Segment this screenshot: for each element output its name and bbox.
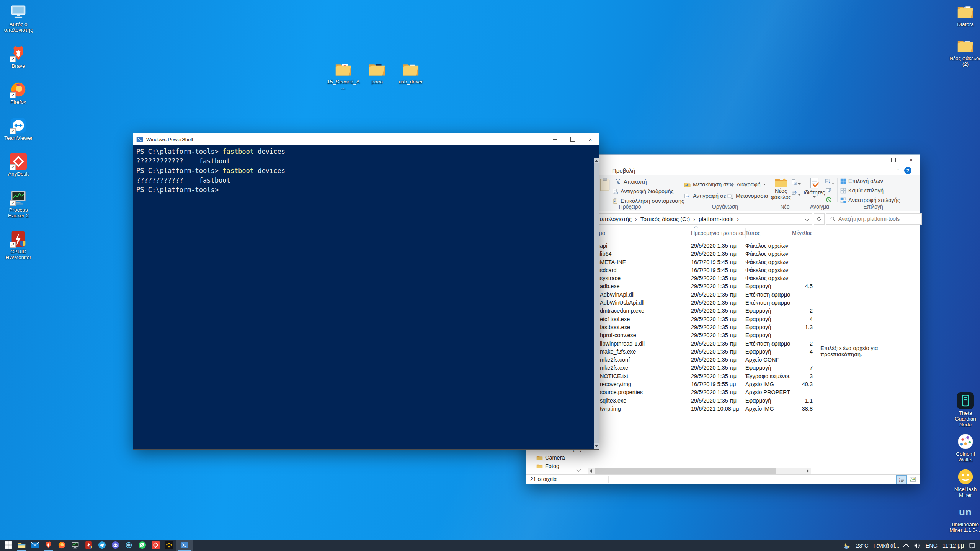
file-row[interactable]: fastboot.exe29/5/2020 1:35 πμΕφαρμογή1.3 (585, 323, 811, 331)
desktop-icon-folderpoco[interactable]: poco (360, 60, 394, 90)
desktop-icon-folderopen[interactable]: Νέος φάκελος (2) (949, 37, 980, 67)
desktop-icon-theta[interactable]: Theta Guardian Node (949, 392, 980, 427)
taskbar-brave[interactable] (42, 540, 55, 551)
powershell-maximize-button[interactable] (564, 133, 581, 145)
action-center-icon[interactable] (969, 543, 975, 549)
desktop-icon-folderadb[interactable]: 15_Second_A... (327, 60, 360, 90)
cut-button[interactable]: Αποκοπή (615, 179, 647, 185)
explorer-maximize-button[interactable] (885, 155, 902, 165)
file-row[interactable]: api29/5/2020 1:35 πμΦάκελος αρχείων (585, 242, 811, 250)
desktop-icon-nicehash[interactable]: NiceHash Miner (949, 468, 980, 498)
desktop-icon-brave[interactable]: ↗Brave (2, 45, 35, 69)
easy-access-button[interactable] (791, 190, 801, 197)
paste-button[interactable] (599, 178, 611, 191)
file-row[interactable]: systrace29/5/2020 1:35 πμΦάκελος αρχείων (585, 274, 811, 282)
taskbar-anydesk[interactable] (149, 540, 162, 551)
breadcrumb-platform-tools[interactable]: platform-tools (699, 216, 733, 222)
new-item-button[interactable] (791, 179, 801, 186)
scroll-up-icon[interactable] (595, 160, 598, 162)
taskbar-powershell[interactable] (176, 540, 193, 551)
move-to-button[interactable]: Μετακίνηση σε (684, 181, 735, 187)
file-row[interactable]: mke2fs.exe29/5/2020 1:35 πμΕφαρμογή7 (585, 364, 811, 372)
file-row[interactable]: hprof-conv.exe29/5/2020 1:35 πμΕφαρμογή (585, 331, 811, 339)
select-none-button[interactable]: Καμία επιλογή (840, 187, 884, 194)
rename-button[interactable]: Μετονομασία (727, 193, 768, 199)
nav-item-fotog[interactable]: Fotog (536, 463, 559, 469)
desktop-icon-unmineable[interactable]: ununMineable Miner 1.1.0-... (949, 503, 980, 533)
select-all-button[interactable]: Επιλογή όλων (840, 178, 883, 184)
speaker-icon[interactable] (914, 543, 921, 549)
desktop-icon-processhacker[interactable]: ↗Process Hacker 2 (2, 189, 35, 218)
nav-scroll-down-icon[interactable] (576, 467, 581, 472)
delete-button[interactable]: Διαγραφή (728, 181, 766, 187)
desktop-icon-firefox[interactable]: ↗Firefox (2, 81, 35, 105)
scroll-left-icon[interactable] (590, 469, 592, 473)
file-row[interactable]: etc1tool.exe29/5/2020 1:35 πμΕφαρμογή4 (585, 315, 811, 323)
desktop-icon-coinomi[interactable]: Coinomi Wallet (949, 433, 980, 463)
powershell-window[interactable]: Windows PowerShell × PS C:\platform-tool… (133, 133, 599, 450)
powershell-console[interactable]: PS C:\platform-tools> fastboot devices??… (133, 145, 599, 449)
column-header-type[interactable]: Τύπος (743, 228, 792, 238)
explorer-minimize-button[interactable] (867, 155, 885, 165)
taskbar-hwmonitor[interactable] (82, 540, 95, 551)
weather-icon[interactable] (844, 542, 851, 549)
console-scrollbar-thumb[interactable] (594, 163, 599, 443)
file-row[interactable]: source.properties29/5/2020 1:35 πμΑρχείο… (585, 388, 811, 396)
file-row[interactable]: NOTICE.txt29/5/2020 1:35 πμΈγγραφο κειμέ… (585, 372, 811, 380)
taskbar-file-explorer[interactable] (15, 540, 28, 551)
column-header-date[interactable]: Ημερομηνία τροποποί... (689, 228, 746, 238)
show-hidden-icons-icon[interactable] (903, 543, 909, 549)
weather-temperature[interactable]: 23°C (856, 543, 868, 549)
file-row[interactable]: META-INF16/7/2019 5:45 πμΦάκελος αρχείων (585, 258, 811, 266)
copy-to-button[interactable]: Αντιγραφή σε (684, 193, 731, 199)
desktop-icon-teamviewer[interactable]: ↗TeamViewer (2, 117, 35, 141)
search-box[interactable]: Αναζήτηση: platform-tools (826, 213, 922, 225)
file-row[interactable]: mke2fs.conf29/5/2020 1:35 πμΑρχείο CONF (585, 356, 811, 364)
address-bar[interactable]: Αυτός ο υπολογιστής› Τοπικός δίσκος (C:)… (565, 213, 812, 225)
taskbar-globe-app[interactable] (122, 540, 136, 551)
copy-path-button[interactable]: Αντιγραφή διαδρομής (612, 188, 673, 194)
desktop-icon-folderopen[interactable]: usb_driver (394, 60, 428, 90)
powershell-close-button[interactable]: × (581, 133, 599, 145)
file-row[interactable]: AdbWinUsbApi.dll29/5/2020 1:35 πμΕπέκτασ… (585, 299, 811, 307)
file-row[interactable]: make_f2fs.exe29/5/2020 1:35 πμΕφαρμογή4 (585, 348, 811, 356)
details-view-button[interactable] (896, 475, 907, 484)
thumbnails-view-button[interactable] (908, 475, 918, 483)
new-folder-button[interactable]: Νέος φάκελος (771, 177, 791, 200)
scroll-right-icon[interactable] (807, 469, 809, 473)
address-dropdown-icon[interactable] (805, 217, 809, 221)
file-row[interactable]: recovery.img16/7/2019 5:55 μμΑρχείο IMG4… (585, 380, 811, 388)
history-button[interactable] (826, 197, 832, 204)
invert-selection-button[interactable]: Αναστροφή επιλογής (840, 197, 900, 203)
file-row[interactable]: AdbWinApi.dll29/5/2020 1:35 πμΕπέκταση ε… (585, 291, 811, 299)
scroll-down-icon[interactable] (595, 445, 598, 447)
clock[interactable]: 11:12 μμ (942, 543, 964, 549)
file-row[interactable]: sdcard16/7/2019 5:45 πμΦάκελος αρχείων (585, 266, 811, 274)
file-row[interactable]: sqlite3.exe29/5/2020 1:35 πμΕφαρμογή1.1 (585, 397, 811, 405)
weather-condition[interactable]: Γενικά αί... (874, 543, 900, 549)
file-row[interactable]: twrp.img19/6/2021 10:08 μμΑρχείο IMG38.8 (585, 405, 811, 413)
file-row[interactable]: libwinpthread-1.dll29/5/2020 1:35 πμΕπέκ… (585, 340, 811, 348)
desktop-icon-hwmonitor[interactable]: ↗CPUID HWMonitor (2, 230, 35, 260)
taskbar-discord[interactable] (109, 540, 122, 551)
console-scrollbar[interactable] (594, 158, 599, 449)
taskbar-whatsapp[interactable] (136, 540, 149, 551)
taskbar-start[interactable] (2, 540, 15, 551)
column-header-size[interactable]: Μέγεθος (790, 228, 812, 238)
language-indicator[interactable]: ENG (926, 543, 938, 549)
desktop-icon-thispc[interactable]: Αυτός ο υπολογιστής (2, 3, 35, 33)
taskbar-firefox[interactable] (55, 540, 69, 551)
taskbar-telegram[interactable] (95, 540, 109, 551)
refresh-button[interactable] (814, 213, 825, 225)
desktop-icon-anydesk[interactable]: ↗AnyDesk (2, 153, 35, 177)
powershell-titlebar[interactable]: Windows PowerShell × (133, 133, 599, 145)
edit-button[interactable] (826, 187, 831, 194)
properties-button[interactable]: Ιδιότητες (804, 177, 825, 198)
file-row[interactable]: adb.exe29/5/2020 1:35 πμΕφαρμογή4.5 (585, 282, 811, 290)
file-row[interactable]: lib6429/5/2020 1:35 πμΦάκελος αρχείων (585, 250, 811, 258)
tab-view[interactable]: Προβολή (609, 166, 638, 174)
column-header-name[interactable]: Όνομα (589, 228, 689, 238)
explorer-close-button[interactable]: × (902, 155, 920, 165)
desktop-icon-folderfiles[interactable]: Diafora (949, 3, 980, 27)
breadcrumb-local-disk-c[interactable]: Τοπικός δίσκος (C:) (640, 216, 690, 222)
